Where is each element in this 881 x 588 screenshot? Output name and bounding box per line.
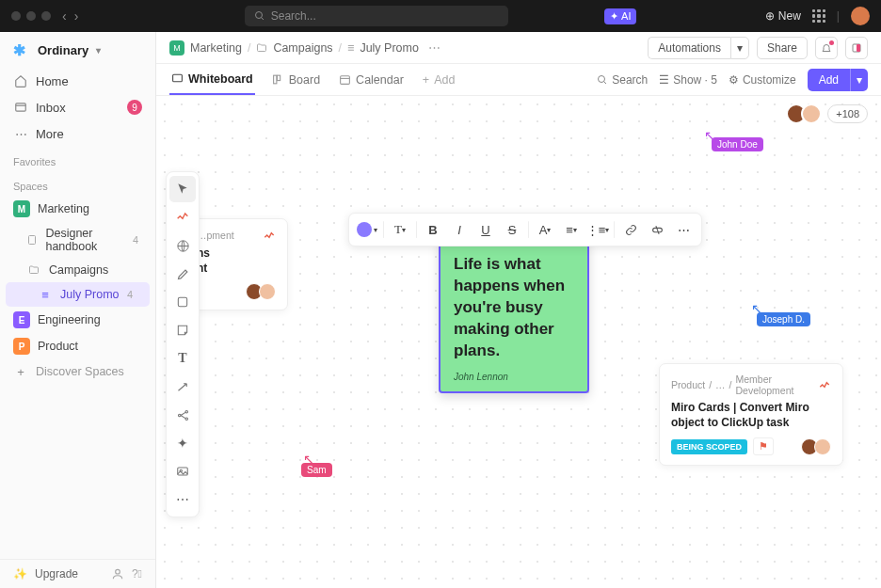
- clickup-icon: [818, 378, 831, 391]
- tab-whiteboard[interactable]: Whiteboard: [169, 64, 255, 95]
- add-view-button[interactable]: + Add: [421, 64, 457, 95]
- task-card[interactable]: …pment nsnt: [184, 218, 288, 310]
- new-button[interactable]: ⊕ New: [765, 9, 801, 23]
- remote-cursor-joseph: Joseph D.: [757, 312, 810, 326]
- pointer-tool[interactable]: [169, 176, 196, 202]
- dock-icon[interactable]: [845, 37, 868, 59]
- presence-more[interactable]: +108: [827, 104, 868, 123]
- sidebar-item-inbox[interactable]: Inbox 9: [0, 94, 155, 120]
- help-icon[interactable]: ?⃝: [132, 567, 142, 580]
- person-icon[interactable]: [111, 567, 124, 580]
- sticky-note[interactable]: Life is what happens when you're busy ma…: [439, 239, 589, 393]
- mindmap-tool[interactable]: [169, 402, 196, 428]
- customize-menu[interactable]: ⚙Customize: [729, 73, 796, 87]
- svg-line-22: [655, 226, 658, 234]
- pen-tool[interactable]: [169, 261, 196, 287]
- ai-tool[interactable]: ✦: [169, 430, 196, 456]
- view-search[interactable]: Search: [597, 73, 648, 87]
- add-button[interactable]: Add: [808, 69, 850, 91]
- automations-dropdown[interactable]: ▾: [730, 37, 749, 59]
- svg-point-16: [178, 414, 181, 417]
- status-badge[interactable]: BEING SCOPED: [671, 439, 747, 454]
- shape-tool[interactable]: [169, 289, 196, 315]
- plus-icon: +: [423, 73, 429, 87]
- workspace-logo-icon: [13, 41, 30, 58]
- user-avatar[interactable]: [851, 7, 870, 25]
- space-badge: M: [169, 40, 184, 56]
- list-picker[interactable]: ⋮≡▾: [585, 217, 610, 242]
- discover-spaces[interactable]: + Discover Spaces: [0, 359, 155, 384]
- tab-board[interactable]: Board: [270, 64, 322, 95]
- sticky-tool[interactable]: [169, 317, 196, 343]
- space-engineering[interactable]: E Engineering: [0, 307, 155, 333]
- underline-button[interactable]: U: [473, 217, 498, 242]
- plus-circle-icon: ⊕: [765, 9, 775, 23]
- whiteboard-canvas[interactable]: +108 T ✦ ⋯ ↖ John Doe ↖ Joseph D.: [156, 96, 881, 588]
- svg-line-13: [604, 81, 607, 84]
- text-tool[interactable]: T: [169, 345, 196, 372]
- italic-button[interactable]: I: [447, 217, 472, 242]
- fill-color-picker[interactable]: ▾: [355, 217, 379, 242]
- svg-rect-9: [277, 75, 280, 80]
- whiteboard-toolbox: T ✦ ⋯: [166, 171, 200, 517]
- show-menu[interactable]: ☰Show · 5: [659, 73, 717, 87]
- sidebar-item-designer-handbook[interactable]: Designer handbook 4: [0, 222, 155, 258]
- web-tool[interactable]: [169, 232, 196, 259]
- crumb-space[interactable]: Marketing: [190, 41, 242, 55]
- apps-grid-icon[interactable]: [812, 9, 825, 23]
- tab-calendar[interactable]: Calendar: [337, 64, 406, 95]
- more-format-button[interactable]: ⋯: [671, 217, 696, 242]
- search-icon: [254, 10, 265, 22]
- svg-point-12: [599, 75, 605, 82]
- assignee-avatars[interactable]: [805, 438, 831, 455]
- svg-rect-7: [173, 74, 183, 82]
- sidebar-item-home[interactable]: Home: [0, 68, 155, 94]
- automations-button[interactable]: Automations: [648, 37, 730, 59]
- workspace-switcher[interactable]: Ordinary ▾: [0, 32, 155, 68]
- flag-icon[interactable]: ⚑: [753, 437, 774, 455]
- share-button[interactable]: Share: [757, 37, 808, 59]
- whiteboard-icon: [171, 72, 184, 85]
- bold-button[interactable]: B: [421, 217, 445, 242]
- nav-back-icon[interactable]: ‹: [62, 8, 67, 24]
- card-title: Miro Cards | Convert Miro object to Clic…: [671, 400, 831, 430]
- more-icon[interactable]: ⋯: [428, 40, 440, 55]
- nav-forward-icon[interactable]: ›: [74, 8, 79, 24]
- ai-button[interactable]: ✦ AI: [604, 8, 636, 24]
- task-tool[interactable]: [169, 204, 196, 230]
- align-picker[interactable]: ≡▾: [559, 217, 584, 242]
- sidebar-item-more[interactable]: ⋯ More: [0, 120, 155, 147]
- space-marketing[interactable]: M Marketing: [0, 196, 155, 222]
- global-search-input[interactable]: Search...: [245, 6, 508, 26]
- strike-button[interactable]: S: [500, 217, 524, 242]
- space-product[interactable]: P Product: [0, 333, 155, 359]
- text-format-toolbar: ▾ T▾ B I U S A▾ ≡▾ ⋮≡▾ ⋯: [348, 213, 702, 246]
- more-tool[interactable]: ⋯: [169, 486, 196, 513]
- convert-button[interactable]: [645, 217, 669, 242]
- text-color-picker[interactable]: A▾: [533, 217, 557, 242]
- presence-avatar[interactable]: [801, 103, 822, 124]
- inbox-icon: [13, 100, 28, 115]
- svg-rect-8: [273, 75, 276, 84]
- font-size-picker[interactable]: T▾: [388, 217, 412, 242]
- board-icon: [272, 73, 284, 86]
- sidebar-item-campaigns[interactable]: Campaigns: [0, 258, 155, 282]
- sidebar-item-july-promo[interactable]: ≡ July Promo 4: [6, 282, 150, 307]
- remote-cursor-sam: Sam: [301, 463, 332, 477]
- svg-line-1: [261, 18, 264, 21]
- window-controls[interactable]: [11, 11, 51, 21]
- crumb-list[interactable]: July Promo: [360, 41, 419, 55]
- chevron-down-icon: ▾: [96, 45, 101, 56]
- task-card[interactable]: Product/ …/ Member Development Miro Card…: [659, 363, 843, 466]
- titlebar: ‹ › Search... ✦ AI ⊕ New |: [0, 0, 881, 32]
- folder-icon: [256, 42, 267, 54]
- image-tool[interactable]: [169, 458, 196, 485]
- add-dropdown[interactable]: ▾: [850, 69, 868, 91]
- upgrade-link[interactable]: Upgrade: [35, 567, 78, 580]
- bell-icon[interactable]: [815, 37, 838, 59]
- note-author: John Lennon: [454, 372, 574, 382]
- connector-tool[interactable]: [169, 373, 196, 400]
- crumb-folder[interactable]: Campaigns: [273, 41, 332, 55]
- link-button[interactable]: [618, 217, 643, 242]
- note-text[interactable]: Life is what happens when you're busy ma…: [454, 254, 574, 362]
